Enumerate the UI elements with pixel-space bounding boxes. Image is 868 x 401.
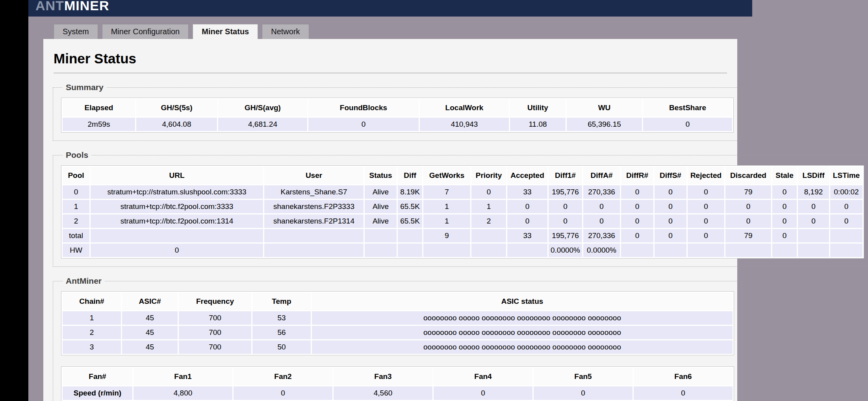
summary-legend: Summary xyxy=(63,83,107,92)
summary-section: Summary ElapsedGH/S(5s)GH/S(avg)FoundBlo… xyxy=(53,83,742,141)
cell: 0 xyxy=(91,244,263,257)
cell xyxy=(365,244,397,257)
cell: 0 xyxy=(655,200,686,213)
cell: 0 xyxy=(798,200,829,213)
column-header: Stale xyxy=(772,167,797,184)
cell: 0 xyxy=(534,386,632,400)
table-row: 1stratum+tcp://btc.f2pool.com:3333shanek… xyxy=(63,200,862,213)
cell: 0 xyxy=(798,214,829,228)
column-header: Fan# xyxy=(63,368,132,385)
logo-ant-text: ANT xyxy=(35,0,64,13)
cell: stratum+tcp://stratum.slushpool.com:3333 xyxy=(91,185,263,199)
fans-table: Fan#Fan1Fan2Fan3Fan4Fan5Fan6 Speed (r/mi… xyxy=(61,366,734,401)
column-header: GH/S(avg) xyxy=(218,99,307,116)
cell: Alive xyxy=(365,185,397,199)
cell xyxy=(830,229,862,242)
column-header: Chain# xyxy=(63,293,121,310)
pools-body: 0stratum+tcp://stratum.slushpool.com:333… xyxy=(63,185,862,257)
cell: 3 xyxy=(63,340,121,354)
column-header: DiffR# xyxy=(621,167,653,184)
cell: 53 xyxy=(252,311,311,325)
cell: 1 xyxy=(63,311,121,325)
tab-network[interactable]: Network xyxy=(262,24,309,39)
cell: 0 xyxy=(63,185,89,199)
column-header: DiffA# xyxy=(583,167,620,184)
cell: 0 xyxy=(772,185,797,199)
tab-system[interactable]: System xyxy=(54,24,98,39)
cell: 33 xyxy=(507,229,547,242)
table-row: 34570050oooooooo ooooo oooooooo oooooooo… xyxy=(63,340,733,354)
cell: 0.0000% xyxy=(549,244,582,257)
pools-table: PoolURLUserStatusDiffGetWorksPriorityAcc… xyxy=(61,165,864,259)
cell: 0 xyxy=(655,185,686,199)
column-header: Status xyxy=(365,167,397,184)
cell: 45 xyxy=(122,311,178,325)
cell xyxy=(264,244,364,257)
cell xyxy=(772,244,797,257)
summary-table: ElapsedGH/S(5s)GH/S(avg)FoundBlocksLocal… xyxy=(61,98,734,133)
cell xyxy=(471,244,506,257)
cell: 0 xyxy=(507,200,547,213)
cell: 0 xyxy=(549,200,582,213)
page-title: Miner Status xyxy=(54,51,728,67)
cell: 7 xyxy=(423,185,470,199)
cell: 2 xyxy=(63,214,89,228)
antminer-section: AntMiner Chain#ASIC#FrequencyTempASIC st… xyxy=(53,276,742,401)
cell xyxy=(423,244,470,257)
cell: 2 xyxy=(471,214,506,228)
cell: 0 xyxy=(688,229,724,242)
cell: 0 xyxy=(688,214,724,228)
cell xyxy=(655,244,686,257)
pools-section: Pools PoolURLUserStatusDiffGetWorksPrior… xyxy=(53,150,868,267)
antminer-logo: ANTMINER xyxy=(28,0,752,13)
cell: 0 xyxy=(471,185,506,199)
column-header: Elapsed xyxy=(63,99,135,116)
cell: 2 xyxy=(63,326,121,339)
cell: 8,192 xyxy=(798,185,829,199)
table-row: 14570053oooooooo ooooo oooooooo oooooooo… xyxy=(63,311,733,325)
table-row: Speed (r/min)4,80004,560000 xyxy=(63,386,733,400)
column-header: GH/S(5s) xyxy=(136,99,217,116)
cell: 0 xyxy=(234,386,332,400)
tab-miner-status[interactable]: Miner Status xyxy=(193,24,258,39)
table-row: total933195,776270,336000790 xyxy=(63,229,862,242)
column-header: Temp xyxy=(252,293,311,310)
cell: 0 xyxy=(308,118,419,131)
cell: 0 xyxy=(772,229,797,242)
summary-body: 2m59s4,604.084,681.240410,94311.0865,396… xyxy=(63,118,732,131)
cell xyxy=(798,244,829,257)
cell: Speed (r/min) xyxy=(63,386,132,400)
cell: 270,336 xyxy=(583,185,620,199)
cell: 0 xyxy=(772,214,797,228)
column-header: WU xyxy=(567,99,642,116)
cell: 410,943 xyxy=(420,118,509,131)
cell xyxy=(398,229,422,242)
column-header: Fan1 xyxy=(134,368,232,385)
cell: stratum+tcp://btc.f2pool.com:1314 xyxy=(91,214,263,228)
cell: 79 xyxy=(725,229,771,242)
cell: 0 xyxy=(725,214,771,228)
cell xyxy=(471,229,506,242)
chains-body: 14570053oooooooo ooooo oooooooo oooooooo… xyxy=(63,311,733,354)
cell: 4,800 xyxy=(134,386,232,400)
column-header: Fan4 xyxy=(434,368,532,385)
cell: 0 xyxy=(621,185,653,199)
cell: 9 xyxy=(423,229,470,242)
cell: 0 xyxy=(507,214,547,228)
chains-header-row: Chain#ASIC#FrequencyTempASIC status xyxy=(63,293,733,310)
cell: 0 xyxy=(621,229,653,242)
column-header: DiffS# xyxy=(655,167,686,184)
table-row: 2stratum+tcp://btc.f2pool.com:1314shanek… xyxy=(63,214,862,228)
cell: 11.08 xyxy=(510,118,566,131)
column-header: URL xyxy=(91,167,263,184)
cell: 0 xyxy=(655,229,686,242)
tab-miner-configuration[interactable]: Miner Configuration xyxy=(102,24,189,39)
header-bar: ANTMINER xyxy=(28,0,752,17)
table-row: HW00.0000%0.0000% xyxy=(63,244,862,257)
tab-bar: System Miner Configuration Miner Status … xyxy=(54,24,309,39)
cell: 0:00:02 xyxy=(830,185,862,199)
column-header: Diff xyxy=(398,167,422,184)
column-header: LocalWork xyxy=(420,99,509,116)
cell xyxy=(621,244,653,257)
cell: 0 xyxy=(772,200,797,213)
